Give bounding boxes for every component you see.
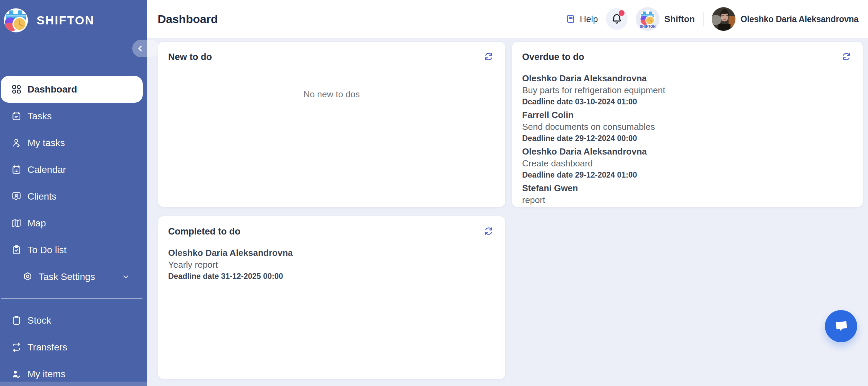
page-title: Dashboard [158, 13, 218, 26]
sidebar-collapse-button[interactable] [132, 40, 159, 57]
refresh-button[interactable] [840, 50, 853, 63]
header-divider [703, 12, 704, 26]
tasks-icon [11, 111, 22, 121]
sidebar-item-my-items[interactable]: My items [1, 361, 143, 386]
sidebar-item-transfers[interactable]: Transfers [1, 334, 143, 361]
chat-fab-button[interactable] [825, 310, 857, 342]
todo-deadline: Deadline date 29-12-2024 01:00 [522, 170, 853, 180]
todo-description: Create dashboard [522, 158, 853, 169]
main-area: Dashboard Help SHIFTON Shifton [147, 0, 868, 386]
card-title: New to do [168, 52, 212, 62]
sidebar-item-my-tasks[interactable]: My tasks [1, 129, 143, 156]
card-header: New to do [168, 50, 495, 63]
sidebar-item-label: Clients [27, 191, 57, 202]
sidebar: SHIFTON Dashboard Tasks My tasks Calenda… [0, 0, 147, 386]
topbar: Dashboard Help SHIFTON Shifton [147, 0, 868, 38]
brand: SHIFTON [0, 0, 147, 33]
sidebar-item-tasks[interactable]: Tasks [1, 103, 143, 129]
shifton-logo-icon [3, 8, 28, 33]
user-name: Oleshko Daria Aleksandrovna [741, 14, 859, 24]
brand-name: SHIFTON [37, 14, 94, 27]
cards-grid: New to do No new to dos Overdue to do [158, 41, 864, 380]
todo-assignee: Oleshko Daria Aleksandrovna [168, 247, 495, 259]
sidebar-item-to-do-list[interactable]: To Do list [1, 237, 143, 263]
chat-bubble-icon [832, 318, 850, 335]
user-photo [712, 7, 735, 31]
empty-state-text: No new to dos [168, 89, 495, 100]
refresh-icon [483, 51, 494, 62]
grid-icon [11, 84, 22, 95]
refresh-button[interactable] [482, 50, 495, 63]
card-header: Completed to do [168, 225, 495, 238]
todo-deadline: Deadline date 31-12-2025 00:00 [168, 272, 495, 281]
my-items-user-check-icon [11, 369, 22, 379]
todo-item[interactable]: Stefani Gwen report [522, 183, 853, 205]
todo-description: Buy parts for refrigeration equipment [522, 85, 853, 96]
card-title: Completed to do [168, 226, 240, 237]
card-title: Overdue to do [522, 52, 584, 62]
sidebar-item-dashboard[interactable]: Dashboard [1, 76, 143, 103]
sidebar-item-label: Dashboard [27, 84, 77, 95]
sidebar-item-stock[interactable]: Stock [1, 307, 143, 334]
chevron-left-icon [136, 44, 145, 53]
company-avatar: SHIFTON [636, 7, 659, 31]
overdue-todo-card: Overdue to do Oleshko Daria Aleksandrovn… [512, 41, 863, 207]
topbar-right: Help SHIFTON Shifton [566, 7, 859, 31]
sidebar-item-label: Tasks [27, 111, 52, 122]
completed-todo-list: Oleshko Daria Aleksandrovna Yearly repor… [168, 247, 495, 281]
shifton-logo-icon [639, 10, 656, 26]
my-tasks-icon [11, 138, 22, 148]
sidebar-item-label: My tasks [27, 138, 65, 148]
todo-clipboard-check-icon [11, 245, 22, 255]
refresh-icon [841, 51, 852, 62]
todo-deadline: Deadline date 03-10-2024 01:00 [522, 97, 853, 106]
notifications-button[interactable] [606, 8, 628, 30]
todo-deadline: Deadline date 29-12-2024 00:00 [522, 134, 853, 143]
sidebar-item-task-settings[interactable]: Task Settings [1, 263, 143, 290]
todo-assignee: Oleshko Daria Aleksandrovna [522, 146, 853, 157]
help-button[interactable]: Help [566, 14, 598, 25]
settings-nut-icon [22, 271, 33, 282]
sidebar-item-label: My items [27, 369, 65, 380]
help-label: Help [580, 14, 598, 24]
chevron-down-icon [122, 273, 130, 281]
todo-assignee: Farrell Colin [522, 109, 853, 121]
company-name: Shifton [664, 14, 695, 24]
todo-assignee: Stefani Gwen [522, 183, 853, 194]
todo-item[interactable]: Farrell Colin Send documents on consumab… [522, 109, 853, 143]
user-avatar [712, 7, 735, 31]
sidebar-item-clients[interactable]: Clients [1, 183, 143, 210]
todo-item[interactable]: Oleshko Daria Aleksandrovna Yearly repor… [168, 247, 495, 281]
sidebar-item-label: Transfers [27, 342, 67, 353]
todo-assignee: Oleshko Daria Aleksandrovna [522, 73, 853, 84]
sidebar-item-label: Map [27, 218, 46, 229]
map-icon [11, 218, 22, 228]
calendar-icon [11, 164, 22, 175]
app-window: SHIFTON Dashboard Tasks My tasks Calenda… [0, 0, 868, 386]
stock-clipboard-icon [11, 315, 22, 326]
notification-dot [619, 10, 625, 16]
card-header: Overdue to do [522, 50, 853, 63]
dashboard-content: New to do No new to dos Overdue to do [147, 38, 868, 386]
company-switcher[interactable]: SHIFTON Shifton [636, 7, 695, 31]
company-avatar-text: SHIFTON [640, 25, 656, 28]
clients-icon [11, 191, 22, 202]
help-book-icon [566, 14, 576, 25]
sidebar-menu: Dashboard Tasks My tasks Calendar Client… [0, 76, 147, 386]
todo-description: Send documents on consumables [522, 121, 853, 132]
sidebar-item-calendar[interactable]: Calendar [1, 156, 143, 183]
user-menu[interactable]: Oleshko Daria Aleksandrovna [712, 7, 859, 31]
refresh-button[interactable] [482, 225, 495, 238]
refresh-icon [483, 226, 494, 237]
sidebar-item-label: Task Settings [39, 271, 95, 282]
completed-todo-card: Completed to do Oleshko Daria Aleksandro… [158, 216, 506, 380]
todo-description: Yearly report [168, 259, 495, 270]
sidebar-item-map[interactable]: Map [1, 210, 143, 237]
todo-item[interactable]: Oleshko Daria Aleksandrovna Create dashb… [522, 146, 853, 180]
transfer-arrows-icon [11, 342, 22, 352]
sidebar-item-label: Calendar [27, 164, 66, 175]
todo-item[interactable]: Oleshko Daria Aleksandrovna Buy parts fo… [522, 73, 853, 106]
sidebar-item-label: Stock [27, 315, 51, 326]
todo-description: report [522, 195, 853, 205]
sidebar-divider [1, 298, 142, 299]
